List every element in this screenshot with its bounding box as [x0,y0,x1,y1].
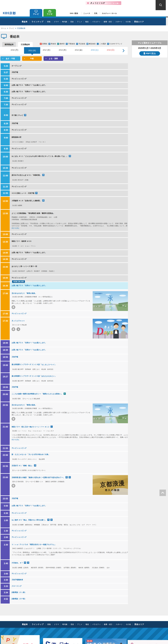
svg-text:ちびっこ: ちびっこ [23,643,33,644]
svg-text:D: D [96,325,104,337]
svg-text:り: り [110,308,113,311]
svg-text:ays: ays [104,329,113,336]
svg-text:KBS京都TV: KBS京都TV [95,405,103,406]
svg-text:海と日本: 海と日本 [51,642,69,644]
svg-text:水: 水 [107,296,113,302]
svg-text:悠久の物語: 悠久の物語 [105,489,120,491]
svg-text:交通安全: 交通安全 [102,642,116,644]
svg-text:第14回: 第14回 [87,640,92,642]
svg-text:KBS京都TV: KBS京都TV [95,293,103,294]
svg-text:きょうと: きょうと [104,325,116,328]
svg-text:り: り [110,421,113,423]
svg-text:自転車: 自転車 [87,642,96,644]
svg-text:水: 水 [107,408,113,414]
